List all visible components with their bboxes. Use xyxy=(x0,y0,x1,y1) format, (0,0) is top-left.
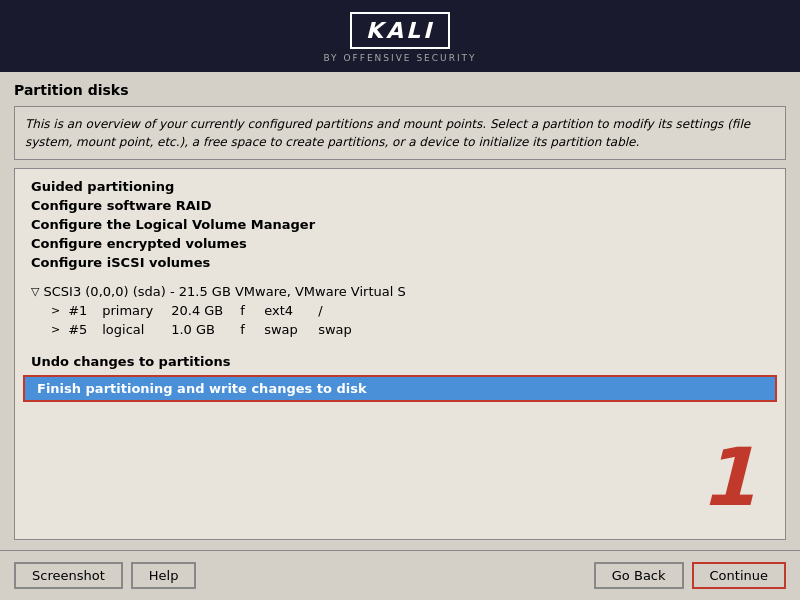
partition-arrow-icon-1: > xyxy=(51,304,60,317)
disk-expand-icon: ▽ xyxy=(31,285,39,298)
footer: Screenshot Help Go Back Continue xyxy=(0,550,800,600)
finish-item[interactable]: Finish partitioning and write changes to… xyxy=(23,375,777,402)
menu-item-guided[interactable]: Guided partitioning xyxy=(15,177,785,196)
page-title: Partition disks xyxy=(14,82,786,98)
disk-label: SCSI3 (0,0,0) (sda) - 21.5 GB VMware, VM… xyxy=(43,284,405,299)
disk-header: ▽ SCSI3 (0,0,0) (sda) - 21.5 GB VMware, … xyxy=(15,282,785,301)
menu-item-encrypted[interactable]: Configure encrypted volumes xyxy=(15,234,785,253)
footer-left-buttons: Screenshot Help xyxy=(14,562,196,589)
content-wrapper: Guided partitioning Configure software R… xyxy=(14,168,786,540)
undo-item[interactable]: Undo changes to partitions xyxy=(15,349,785,371)
partition-flag-2: f xyxy=(240,322,260,337)
kali-logo: KALI xyxy=(350,12,450,49)
partition-mount-2: swap xyxy=(318,322,352,337)
partition-row-2[interactable]: > #5 logical 1.0 GB f swap swap xyxy=(15,320,785,339)
screenshot-button[interactable]: Screenshot xyxy=(14,562,123,589)
description-box: This is an overview of your currently co… xyxy=(14,106,786,160)
partition-flag-1: f xyxy=(240,303,260,318)
footer-right-buttons: Go Back Continue xyxy=(594,562,786,589)
partition-type-1: primary xyxy=(102,303,167,318)
separator-1 xyxy=(15,272,785,282)
partition-fs-1: ext4 xyxy=(264,303,314,318)
partition-type-2: logical xyxy=(102,322,167,337)
partition-num-2: #5 xyxy=(68,322,98,337)
go-back-button[interactable]: Go Back xyxy=(594,562,684,589)
help-button[interactable]: Help xyxy=(131,562,197,589)
partition-arrow-icon-2: > xyxy=(51,323,60,336)
partition-size-2: 1.0 GB xyxy=(171,322,236,337)
continue-button[interactable]: Continue xyxy=(692,562,786,589)
partition-mount-1: / xyxy=(318,303,348,318)
menu-item-iscsi[interactable]: Configure iSCSI volumes xyxy=(15,253,785,272)
separator-2 xyxy=(15,339,785,349)
header: KALI BY OFFENSIVE SECURITY xyxy=(0,0,800,72)
partition-size-1: 20.4 GB xyxy=(171,303,236,318)
partition-fs-2: swap xyxy=(264,322,314,337)
partition-row-1[interactable]: > #1 primary 20.4 GB f ext4 / xyxy=(15,301,785,320)
menu-item-lvm[interactable]: Configure the Logical Volume Manager xyxy=(15,215,785,234)
kali-subtitle: BY OFFENSIVE SECURITY xyxy=(323,53,476,63)
main-content: Partition disks This is an overview of y… xyxy=(0,72,800,550)
partition-num-1: #1 xyxy=(68,303,98,318)
partition-list: Guided partitioning Configure software R… xyxy=(14,168,786,540)
menu-item-raid[interactable]: Configure software RAID xyxy=(15,196,785,215)
